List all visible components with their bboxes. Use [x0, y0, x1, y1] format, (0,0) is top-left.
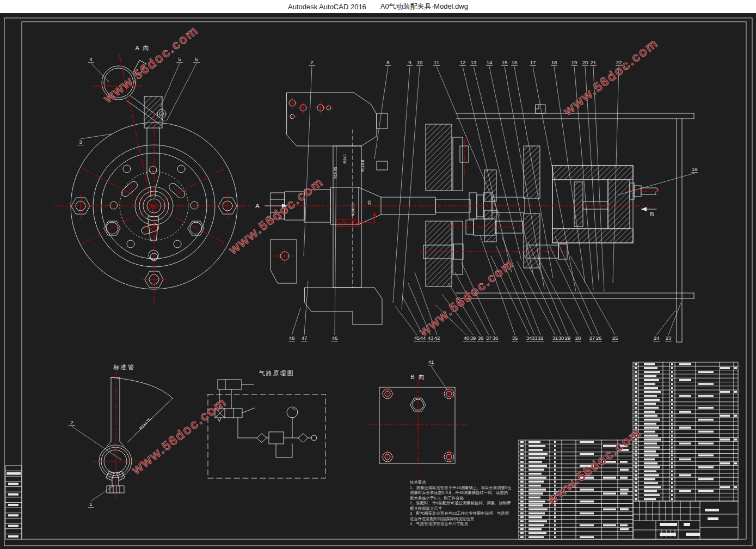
watermark-group: www.56doc.com www.56doc.com www.56doc.co…: [100, 22, 661, 508]
view-b-label: B 向: [410, 374, 425, 380]
pipe-view-label: 标准管: [113, 364, 135, 370]
section-arrow-b-label: B: [650, 211, 654, 217]
part-number-4: 4: [89, 56, 92, 62]
part-number-28: 28: [575, 335, 581, 341]
watermark-text: www.56doc.com: [128, 394, 229, 477]
part-number-21: 21: [591, 59, 597, 65]
dim-dia-240: Φ240: [343, 154, 347, 163]
part-number-41: 41: [428, 359, 434, 365]
part-number-1: 1: [89, 501, 92, 507]
part-number-38: 38: [478, 335, 484, 341]
part-number-7: 7: [310, 59, 313, 65]
tech-note-line: 2、装配时、件6装配后可通过测量轴旋转、调整、控制摩: [410, 501, 511, 505]
watermark-text: www.56doc.com: [100, 22, 201, 106]
app-title: Autodesk AutoCAD 2016: [288, 3, 366, 11]
tech-note-line: 1、测量应将标准管置于件46测量轴上。将百分表调整0位: [410, 485, 512, 490]
part-number-14: 14: [487, 59, 493, 65]
part-number-15: 15: [502, 59, 508, 65]
part-number-35: 35: [512, 335, 518, 341]
dim-dia-118: Φ118.8: [361, 160, 365, 173]
autocad-window: Autodesk AutoCAD 2016 A0气动装配夹具-Model.dwg…: [0, 0, 756, 549]
part-number-2: 2: [70, 419, 73, 425]
watermark-text: www.56doc.com: [225, 174, 326, 257]
part-number-16: 16: [512, 59, 518, 65]
gdt-datum: A: [355, 221, 358, 225]
view-b: B 向: [369, 374, 467, 473]
part-number-20: 20: [582, 59, 588, 65]
part-number-3: 3: [79, 139, 82, 145]
tech-note-line: 4、气路管道按管道合件尺寸配置: [410, 521, 469, 526]
part-number-10: 10: [417, 59, 423, 65]
part-number-36: 36: [493, 335, 499, 341]
pipe-view: 标准管 R334.75: [93, 364, 173, 499]
part-number-25: 25: [612, 335, 618, 341]
schematic-label: 气路原理图: [259, 370, 294, 376]
part-number-11: 11: [434, 59, 439, 65]
gdt-symbol: ◎: [338, 221, 341, 225]
tech-note-line: 最大差值小于0.3、则工作合格: [410, 496, 464, 501]
part-number-23: 23: [666, 335, 672, 341]
part-number-46: 46: [332, 335, 338, 341]
part-number-19: 19: [571, 59, 577, 65]
tech-note-line: 3、配气阀安装位置在件23工作台零件图中说明、气路管: [410, 511, 509, 516]
tech-note-line: 技术要求: [409, 480, 426, 485]
dim-25: 25: [367, 200, 371, 205]
part-number-18: 18: [551, 59, 557, 65]
part-number-34: 34: [526, 335, 532, 341]
revision-strip: [5, 466, 22, 539]
air-source-symbol: [311, 435, 317, 441]
tech-note-line: 擦片外圆最大尺寸: [410, 506, 442, 511]
title-block: [633, 501, 738, 539]
part-number-42: 42: [434, 335, 440, 341]
drawing: A 向: [0, 13, 756, 549]
dim-radius: R334.75: [138, 417, 151, 430]
section-arrow-a-label: A: [255, 203, 260, 209]
part-number-45: 45: [414, 335, 420, 341]
part-number-26: 26: [596, 335, 602, 341]
part-number-32: 32: [538, 335, 544, 341]
part-number-39: 39: [470, 335, 476, 341]
part-number-19: 19: [692, 166, 698, 172]
main-section-view: A B Φ29.95 Φ240 Φ118.8 Φ24.98 25 ◎ Ø: [255, 93, 694, 342]
part-number-27: 27: [589, 335, 595, 341]
check-valve-symbol: [257, 434, 267, 442]
part-number-13: 13: [471, 59, 477, 65]
part-number-9: 9: [408, 59, 411, 65]
parts-list-tables: [5, 362, 738, 539]
gdt-value: Ø0.03: [343, 221, 353, 225]
pressure-gauge-symbol: [287, 407, 298, 418]
part-number-12: 12: [460, 59, 466, 65]
cylinder-symbol: [218, 380, 254, 389]
dim-dia-24-98: Φ24.98: [351, 203, 355, 216]
flange-front-view: [54, 113, 254, 306]
document-title: A0气动装配夹具-Model.dwg: [380, 2, 468, 11]
regulator-symbol: [269, 432, 284, 444]
part-number-8: 8: [386, 59, 389, 65]
tech-note-line: 测量时百分表读数0-0.8。件46测量轴旋转一周、读数的: [410, 490, 508, 495]
window-title-bar: Autodesk AutoCAD 2016 A0气动装配夹具-Model.dwg: [0, 0, 756, 13]
part-number-33: 33: [532, 335, 538, 341]
part-number-17: 17: [530, 59, 536, 65]
bom-table-right: [633, 362, 738, 501]
part-number-5: 5: [178, 56, 181, 62]
part-number-37: 37: [486, 335, 492, 341]
part-number-6: 6: [195, 56, 198, 62]
dim-dia-29-95: Φ29.95: [334, 167, 337, 179]
drawing-canvas[interactable]: A 向: [0, 13, 756, 549]
tech-notes: 技术要求1、测量应将标准管置于件46测量轴上。将百分表调整0位测量时百分表读数0…: [409, 480, 512, 526]
view-a: A 向: [54, 45, 254, 306]
part-number-24: 24: [654, 335, 660, 341]
part-number-40: 40: [464, 335, 470, 341]
part-number-30: 30: [558, 335, 564, 341]
pneumatic-schematic: 气路原理图: [208, 370, 325, 478]
tech-note-line: 道合件在装配时根据实际情况定位置: [410, 516, 474, 521]
filter-symbol: [298, 434, 308, 442]
part-number-29: 29: [565, 335, 571, 341]
part-number-47: 47: [302, 335, 308, 341]
view-a-label: A 向: [136, 45, 150, 51]
part-number-48: 48: [289, 335, 295, 341]
part-number-31: 31: [552, 335, 558, 341]
